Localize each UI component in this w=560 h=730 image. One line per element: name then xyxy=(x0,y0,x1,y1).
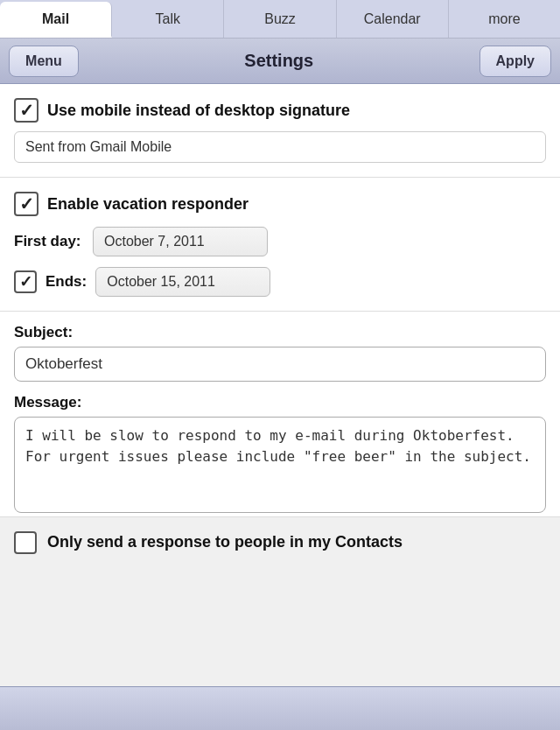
ends-label: Ends: xyxy=(46,273,87,291)
first-day-input[interactable] xyxy=(93,227,268,256)
tab-talk[interactable]: Talk xyxy=(112,0,224,38)
first-day-row: First day: xyxy=(14,227,546,256)
ends-row: Ends: xyxy=(14,267,546,297)
subject-input[interactable] xyxy=(14,347,546,382)
first-day-label: First day: xyxy=(14,233,84,250)
bottom-bar xyxy=(0,686,560,730)
tab-calendar[interactable]: Calendar xyxy=(337,0,449,38)
vacation-section: Enable vacation responder First day: End… xyxy=(0,178,560,312)
tab-buzz[interactable]: Buzz xyxy=(224,0,336,38)
menu-button[interactable]: Menu xyxy=(9,46,79,77)
ends-input[interactable] xyxy=(95,267,270,297)
contacts-label: Only send a response to people in my Con… xyxy=(47,531,402,553)
message-section: Message: xyxy=(0,382,560,516)
settings-content: Use mobile instead of desktop signature … xyxy=(0,84,560,568)
contacts-checkbox[interactable] xyxy=(14,531,37,554)
message-textarea[interactable] xyxy=(14,417,546,513)
signature-input[interactable] xyxy=(14,131,546,163)
contacts-section: Only send a response to people in my Con… xyxy=(0,516,560,568)
apply-button[interactable]: Apply xyxy=(480,46,551,77)
tab-more[interactable]: more xyxy=(449,0,560,38)
page-title: Settings xyxy=(79,51,480,71)
ends-checkbox[interactable] xyxy=(14,270,37,293)
signature-checkbox[interactable] xyxy=(14,98,38,123)
vacation-label: Enable vacation responder xyxy=(47,195,248,214)
signature-section: Use mobile instead of desktop signature xyxy=(0,84,560,178)
subject-section: Subject: xyxy=(0,312,560,382)
vacation-row: Enable vacation responder xyxy=(14,192,546,216)
toolbar: Menu Settings Apply xyxy=(0,39,560,84)
tab-mail[interactable]: Mail xyxy=(0,2,112,38)
tab-bar: Mail Talk Buzz Calendar more xyxy=(0,0,560,39)
vacation-checkbox[interactable] xyxy=(14,192,38,216)
message-label: Message: xyxy=(14,394,546,411)
signature-row: Use mobile instead of desktop signature xyxy=(14,98,546,123)
signature-label: Use mobile instead of desktop signature xyxy=(47,102,350,120)
subject-label: Subject: xyxy=(14,324,546,341)
